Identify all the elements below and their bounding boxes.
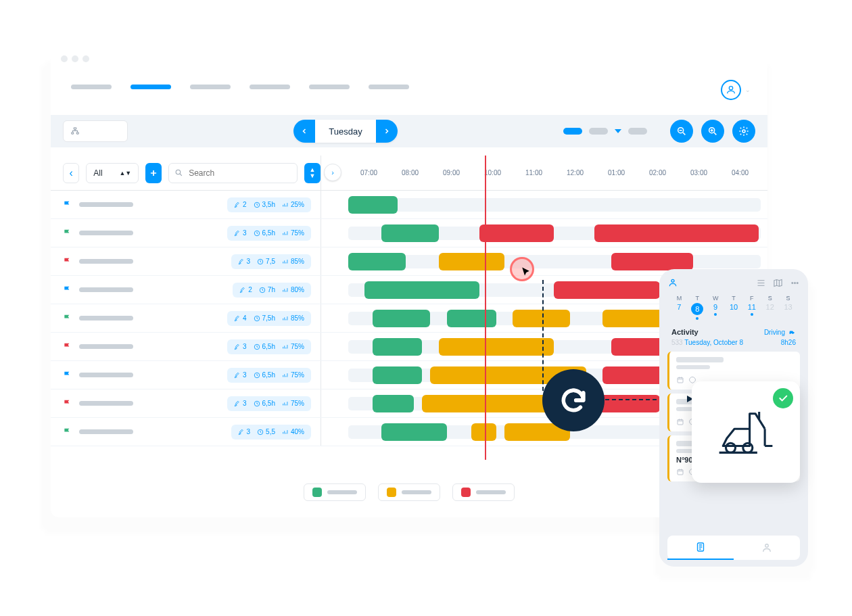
- row-stats: 3 6,5h 75%: [227, 339, 311, 354]
- flag-icon: [63, 399, 72, 408]
- nav-tab[interactable]: [309, 85, 350, 89]
- task-bar[interactable]: [554, 281, 661, 299]
- row-info: 3 7,5 85%: [51, 247, 321, 275]
- nav-tab[interactable]: [369, 85, 409, 89]
- task-bar[interactable]: [373, 338, 422, 356]
- task-bar[interactable]: [447, 310, 496, 327]
- task-bar[interactable]: [611, 253, 693, 270]
- sort-button[interactable]: ▲▼: [304, 163, 321, 183]
- task-bar[interactable]: [348, 253, 406, 270]
- flag-icon: [63, 427, 72, 437]
- zoom-in-button[interactable]: [701, 120, 724, 143]
- phone-tab-list[interactable]: [667, 536, 734, 560]
- prev-day-button[interactable]: [293, 120, 315, 143]
- flag-icon: [63, 314, 72, 323]
- task-bar[interactable]: [439, 253, 504, 270]
- time-header: › 07:0008:0009:0010:0011:0012:0001:0002:…: [321, 156, 767, 190]
- nav-tab[interactable]: [250, 85, 290, 89]
- row-info: 2 7h 80%: [51, 276, 321, 304]
- row-info: 3 6,5h 75%: [51, 361, 321, 389]
- resource-name: [79, 344, 133, 349]
- zoom-out-button[interactable]: [670, 120, 693, 143]
- task-bar[interactable]: [373, 310, 430, 327]
- toolbar: Tuesday: [51, 115, 767, 147]
- more-icon[interactable]: [790, 278, 800, 288]
- user-menu[interactable]: ⌄: [721, 80, 751, 100]
- hour-label: 02:00: [637, 169, 678, 176]
- hour-label: 08:00: [389, 169, 431, 176]
- svg-rect-2: [72, 133, 74, 134]
- hour-label: 03:00: [678, 169, 719, 176]
- resource-name: [79, 401, 133, 406]
- task-bar[interactable]: [373, 366, 422, 384]
- add-button[interactable]: [145, 163, 162, 183]
- row-stats: 3 6,5h 75%: [227, 368, 311, 383]
- hour-label: 09:00: [431, 169, 472, 176]
- row-timeline[interactable]: [321, 219, 767, 247]
- map-icon[interactable]: [773, 278, 783, 288]
- settings-button[interactable]: [732, 120, 755, 143]
- week-day[interactable]: M7: [670, 295, 688, 320]
- svg-rect-1: [74, 128, 76, 129]
- current-time-line: [485, 156, 486, 460]
- schedule-row: 2 3,5h 25%: [51, 191, 767, 219]
- task-bar[interactable]: [479, 224, 553, 242]
- task-bar[interactable]: [381, 423, 447, 441]
- filter-row: ‹ All ▲▼ ▲▼ › 07:0008:0009:0010:0011:001…: [51, 156, 767, 191]
- week-day[interactable]: S12: [761, 295, 779, 320]
- hour-label: 04:00: [719, 169, 761, 176]
- nav-tab[interactable]: [71, 85, 112, 89]
- search-input[interactable]: [187, 168, 291, 179]
- list-icon[interactable]: [756, 278, 766, 288]
- week-day[interactable]: T10: [725, 295, 743, 320]
- traffic-dot: [61, 55, 68, 62]
- phone-tab-profile[interactable]: [734, 536, 800, 560]
- filter-label: All: [93, 168, 102, 178]
- nav-tab-active[interactable]: [131, 85, 171, 89]
- avatar-icon: [721, 80, 741, 100]
- flag-icon: [63, 200, 72, 210]
- org-selector[interactable]: [63, 120, 128, 142]
- svg-rect-22: [678, 420, 683, 425]
- row-stats: 3 5,5 40%: [231, 425, 311, 440]
- svg-rect-23: [678, 470, 683, 475]
- legend-item-yellow: [378, 483, 440, 501]
- week-day[interactable]: T8: [688, 295, 707, 320]
- svg-point-19: [795, 282, 796, 283]
- week-day[interactable]: F11: [742, 295, 761, 320]
- task-bar[interactable]: [364, 281, 479, 299]
- date-line: 533 Tuesday, October 8 8h26: [671, 339, 796, 346]
- expand-timeline-button[interactable]: ›: [324, 164, 341, 181]
- row-info: 4 7,5h 85%: [51, 304, 321, 332]
- hour-label: 07:00: [348, 169, 389, 176]
- task-bar[interactable]: [422, 395, 561, 412]
- search-field[interactable]: [168, 163, 298, 183]
- svg-point-17: [671, 279, 674, 282]
- filter-dropdown[interactable]: All ▲▼: [86, 163, 139, 183]
- task-bar[interactable]: [594, 224, 759, 242]
- task-bar[interactable]: [513, 310, 570, 327]
- resource-name: [79, 429, 133, 434]
- nav-tabs: [71, 85, 409, 89]
- task-bar[interactable]: [348, 196, 398, 214]
- row-info: 2 3,5h 25%: [51, 191, 321, 218]
- schedule-row: 3 6,5h 75%: [51, 219, 767, 247]
- next-day-button[interactable]: [376, 120, 398, 143]
- collapse-button[interactable]: ‹: [63, 163, 79, 183]
- window-controls: [61, 55, 89, 62]
- week-day[interactable]: W9: [707, 295, 725, 320]
- task-bar[interactable]: [381, 224, 439, 242]
- task-bar[interactable]: [471, 423, 496, 441]
- task-bar[interactable]: [373, 395, 414, 412]
- svg-point-0: [729, 87, 732, 90]
- row-timeline[interactable]: [321, 191, 767, 218]
- check-icon: [773, 388, 793, 408]
- task-bar[interactable]: [439, 338, 554, 356]
- view-toggle[interactable]: [563, 128, 647, 135]
- week-strip[interactable]: M7T8W9T10F11S12S13: [670, 295, 797, 320]
- row-stats: 2 3,5h 25%: [227, 197, 311, 212]
- mouse-cursor: [521, 266, 533, 281]
- nav-tab[interactable]: [190, 85, 231, 89]
- flag-icon: [63, 342, 72, 352]
- week-day[interactable]: S13: [779, 295, 797, 320]
